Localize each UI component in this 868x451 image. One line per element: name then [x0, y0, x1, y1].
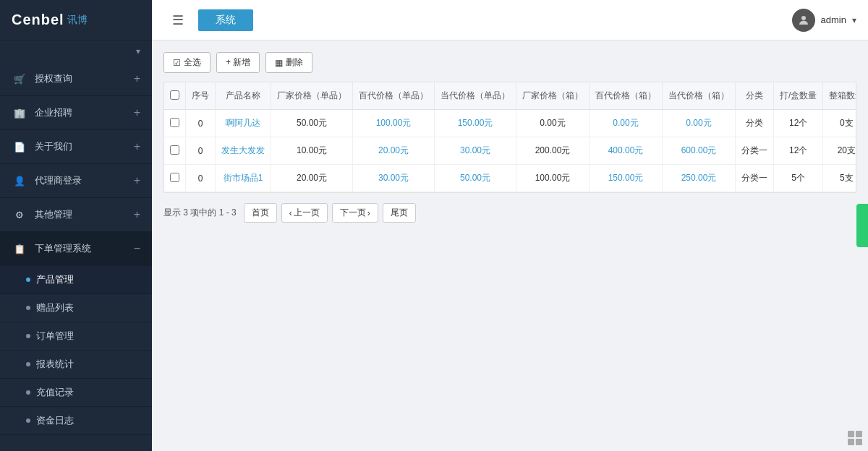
user-dropdown-chevron-icon[interactable]: ▾ — [852, 15, 856, 25]
row-name: 街市场品1 — [216, 165, 271, 192]
sidebar-sub-item-label: 资金日志 — [36, 414, 74, 427]
sidebar-sub-item-recharge-records[interactable]: 充值记录 — [0, 379, 152, 407]
sidebar-sub-item-fund-log[interactable]: 资金日志 — [0, 407, 152, 435]
right-edge-tab[interactable] — [856, 204, 868, 247]
sidebar-item-agent-login[interactable]: 👤 代理商登录 + — [0, 164, 152, 198]
product-table-wrapper: 序号 产品名称 厂家价格（单品） 百代价格（单品） 当代价格（单品） 厂家价格（… — [163, 82, 856, 193]
hamburger-icon: ☰ — [172, 12, 184, 28]
row-factory-box: 100.00元 — [516, 165, 590, 192]
sidebar-item-label: 其他管理 — [35, 208, 72, 221]
user-icon: 👤 — [12, 173, 27, 189]
last-page-label: 尾页 — [391, 207, 408, 219]
row-checkbox[interactable] — [164, 137, 186, 165]
th-seq: 序号 — [186, 82, 216, 110]
grid-dot — [848, 439, 854, 445]
dot-icon — [26, 362, 30, 366]
add-button[interactable]: + 新增 — [216, 52, 260, 73]
sidebar-item-label: 下单管理系统 — [35, 242, 91, 255]
row-agent100-box: 150.00元 — [590, 165, 663, 192]
row-agent-single: 30.00元 — [435, 137, 516, 165]
row-checkbox[interactable] — [164, 110, 186, 137]
sidebar-item-auth-query[interactable]: 🛒 授权查询 + — [0, 62, 152, 96]
row-agent100-box: 400.00元 — [590, 137, 663, 165]
main-area: ☰ 系统 admin ▾ ☑ 全选 + 新增 ▦ 删除 — [152, 0, 868, 451]
select-all-label: 全选 — [184, 56, 201, 69]
delete-label: 删除 — [286, 56, 303, 69]
row-checkbox[interactable] — [164, 165, 186, 192]
grid-dot — [848, 431, 854, 437]
select-all-checkbox[interactable] — [170, 90, 179, 100]
row-box-qty: 20支 — [823, 137, 856, 165]
row-name: 啊阿几达 — [216, 110, 271, 137]
row-category: 分类一 — [736, 165, 774, 192]
sidebar-item-enterprise-recruit[interactable]: 🏢 企业招聘 + — [0, 96, 152, 130]
sidebar-sub-item-gift-list[interactable]: 赠品列表 — [0, 294, 152, 322]
document-icon: 📄 — [12, 139, 27, 155]
th-agent-box: 当代价格（箱） — [663, 82, 736, 110]
first-page-label: 首页 — [252, 207, 269, 219]
chevron-down-icon: ▾ — [136, 46, 140, 56]
th-agent100-single: 百代价格（单品） — [353, 82, 435, 110]
row-category: 分类 — [736, 110, 774, 137]
sidebar-sub-item-label: 报表统计 — [36, 358, 74, 371]
plus-icon: + — [134, 174, 140, 187]
grid-icon[interactable] — [848, 431, 862, 445]
row-factory-single: 10.00元 — [271, 137, 353, 165]
brand-name: Cenbel — [12, 12, 64, 28]
row-agent100-single: 30.00元 — [353, 165, 435, 192]
sidebar-item-other-mgmt[interactable]: ⚙ 其他管理 + — [0, 198, 152, 232]
th-checkbox — [164, 82, 186, 110]
pagination-info: 显示 3 项中的 1 - 3 — [163, 207, 237, 219]
grid-dot — [856, 431, 862, 437]
prev-page-label: 上一页 — [294, 207, 320, 219]
row-agent-box: 250.00元 — [663, 165, 736, 192]
menu-toggle-button[interactable]: ☰ — [163, 6, 192, 35]
dot-icon — [26, 418, 30, 423]
delete-button[interactable]: ▦ 删除 — [265, 52, 312, 73]
prev-page-button[interactable]: ‹ 上一页 — [281, 203, 328, 223]
first-page-button[interactable]: 首页 — [244, 203, 277, 223]
sidebar-item-label: 代理商登录 — [35, 174, 82, 187]
last-page-button[interactable]: 尾页 — [383, 203, 416, 223]
row-agent100-single: 20.00元 — [353, 137, 435, 165]
sidebar-sub-item-product-mgmt[interactable]: 产品管理 — [0, 266, 152, 294]
sidebar-sub-item-report-stats[interactable]: 报表统计 — [0, 351, 152, 379]
next-page-button[interactable]: 下一页 › — [332, 203, 378, 223]
sidebar-sub-item-order-mgmt[interactable]: 订单管理 — [0, 322, 152, 351]
product-table: 序号 产品名称 厂家价格（单品） 百代价格（单品） 当代价格（单品） 厂家价格（… — [164, 82, 856, 192]
row-factory-single: 20.00元 — [271, 165, 353, 192]
chevron-right-icon: › — [367, 208, 370, 218]
sidebar-collapse-btn[interactable]: ▾ — [0, 40, 152, 62]
add-label: + 新增 — [226, 56, 250, 69]
cart-icon: 🛒 — [12, 71, 27, 87]
system-tab-label: 系统 — [216, 14, 236, 25]
building-icon: 🏢 — [12, 105, 27, 121]
chevron-left-icon: ‹ — [289, 208, 292, 218]
gear-icon: ⚙ — [12, 207, 27, 223]
table-row: 0 发生大发发 10.00元 20.00元 30.00元 200.00元 400… — [164, 137, 856, 165]
plus-icon: + — [134, 140, 140, 153]
table-header-row: 序号 产品名称 厂家价格（单品） 百代价格（单品） 当代价格（单品） 厂家价格（… — [164, 82, 856, 110]
row-agent-box: 600.00元 — [663, 137, 736, 165]
row-category: 分类一 — [736, 137, 774, 165]
row-agent100-single: 100.00元 — [353, 110, 435, 137]
th-box-qty: 整箱数量 — [823, 82, 856, 110]
row-box-qty: 0支 — [823, 110, 856, 137]
sidebar-item-about-us[interactable]: 📄 关于我们 + — [0, 130, 152, 164]
next-page-label: 下一页 — [340, 207, 366, 219]
active-dot — [26, 278, 30, 282]
select-all-button[interactable]: ☑ 全选 — [163, 52, 210, 73]
avatar — [792, 9, 815, 32]
row-agent-single: 150.00元 — [435, 110, 516, 137]
brand-sub: 讯博 — [67, 14, 88, 27]
checkbox-icon: ☑ — [173, 58, 181, 68]
sidebar-item-label: 授权查询 — [35, 72, 72, 85]
row-factory-box: 200.00元 — [516, 137, 590, 165]
content-area: ☑ 全选 + 新增 ▦ 删除 序号 产品名称 厂家价格（单品） — [152, 40, 868, 451]
dot-icon — [26, 306, 30, 310]
th-name: 产品名称 — [216, 82, 271, 110]
system-tab[interactable]: 系统 — [198, 9, 253, 31]
th-pack-qty: 打/盒数量 — [774, 82, 823, 110]
sidebar-item-order-system[interactable]: 📋 下单管理系统 − — [0, 232, 152, 266]
pagination: 显示 3 项中的 1 - 3 首页 ‹ 上一页 下一页 › 尾页 — [163, 203, 856, 223]
